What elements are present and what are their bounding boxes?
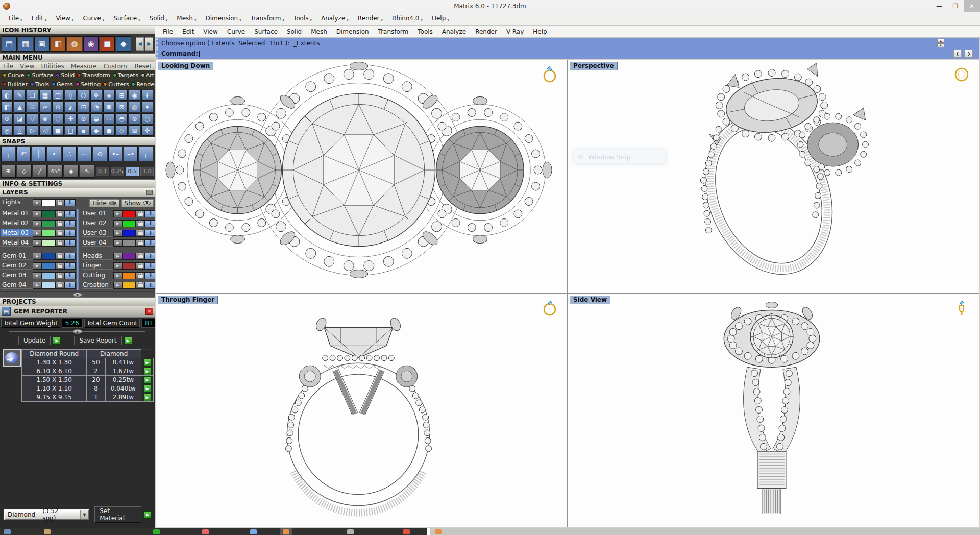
taskbar-folder-icon[interactable] xyxy=(44,529,51,534)
layer-expand-icon[interactable]: ▶ xyxy=(33,253,42,260)
layer-label[interactable]: Finger xyxy=(82,262,113,270)
gem-row-go-icon[interactable]: ▶ xyxy=(143,385,152,393)
tool-icon[interactable]: ◇ xyxy=(116,125,128,136)
tool-icon[interactable]: ⊕ xyxy=(1,113,13,124)
layer-lock-icon[interactable] xyxy=(55,239,64,247)
tool-icon[interactable]: ▣ xyxy=(103,102,115,112)
menu-tab-transform[interactable]: Transform xyxy=(76,72,111,79)
gem-table-row[interactable]: 9.15 X 9.1512.89tw▶ xyxy=(22,393,154,402)
tool-icon[interactable]: ⊠ xyxy=(129,125,140,136)
gem-icon[interactable]: ◆ xyxy=(116,36,131,52)
layer-label[interactable]: Metal 04 xyxy=(1,239,33,247)
snap-increment-0-5[interactable]: 0.5 xyxy=(126,167,139,176)
snap-increment-0-25[interactable]: 0.25 xyxy=(111,167,125,176)
snap-mode-icon[interactable]: 45° xyxy=(48,165,63,178)
command-input-line[interactable]: Command: ❮ ❯ xyxy=(156,48,979,59)
snap-icon[interactable]: ⊙ xyxy=(93,147,107,161)
layer-label[interactable]: Cutting xyxy=(82,272,113,279)
layer-color-swatch[interactable] xyxy=(122,272,136,279)
snap-icon[interactable]: ⋯ xyxy=(78,147,92,161)
rhino-menu-transform[interactable]: Transform xyxy=(374,28,413,35)
snap-icon[interactable]: –• xyxy=(124,147,138,161)
main-menu-item-custom[interactable]: Custom xyxy=(104,63,127,70)
gem-row-go-icon[interactable]: ▶ xyxy=(143,394,152,401)
save-report-button[interactable]: Save Report ▶ xyxy=(74,336,132,345)
layer-visibility-toggle[interactable]: I xyxy=(145,253,155,260)
layer-lock-icon[interactable] xyxy=(55,230,64,237)
matrix-menu-mesh[interactable]: Mesh xyxy=(172,15,201,22)
layer-visibility-toggle[interactable]: I xyxy=(145,210,155,217)
taskbar-blue-app-icon[interactable] xyxy=(250,529,257,534)
tool-icon[interactable]: ◧ xyxy=(1,102,13,112)
layer-color-swatch[interactable] xyxy=(42,282,55,289)
viewport-label-perspective[interactable]: Perspective xyxy=(570,62,618,70)
layer-color-swatch[interactable] xyxy=(42,262,55,270)
layer-expand-icon[interactable]: ▶ xyxy=(33,239,42,247)
gem-table-row[interactable]: 6.10 X 6.1021.67tw▶ xyxy=(22,367,154,376)
layer-visibility-toggle[interactable]: I xyxy=(145,230,155,237)
tool-icon[interactable]: ◪ xyxy=(14,113,26,124)
tool-icon[interactable]: ⊘ xyxy=(78,113,89,124)
menu-tab-setting[interactable]: Setting xyxy=(75,81,102,88)
layer-label[interactable]: Gem 03 xyxy=(1,272,33,279)
viewport-looking-down[interactable]: Looking Down xyxy=(156,60,567,293)
layer-visibility-toggle[interactable]: I xyxy=(64,272,76,279)
layer-expand-icon[interactable]: ▶ xyxy=(113,230,122,237)
matrix-menu-dimension[interactable]: Dimension xyxy=(201,15,246,22)
layer-visibility-toggle[interactable]: I xyxy=(64,230,76,237)
start-button-icon[interactable] xyxy=(4,529,11,534)
update-go-icon[interactable]: ▶ xyxy=(53,337,61,345)
gold-ring-icon[interactable] xyxy=(541,64,559,84)
gem-reporter-collapse-handle[interactable]: ▲ xyxy=(73,329,82,334)
material-select-arrow-icon[interactable]: ▼ xyxy=(80,510,89,519)
tool-icon[interactable]: ▱ xyxy=(103,113,115,124)
command-history-spinner[interactable]: ▲ ▼ xyxy=(937,39,944,47)
layer-label[interactable]: User 02 xyxy=(82,220,113,227)
snap-increment-0-1[interactable]: 0.1 xyxy=(96,167,109,176)
layer-expand-icon[interactable]: ▶ xyxy=(33,220,42,227)
rhino-menu-view[interactable]: View xyxy=(199,28,222,35)
reset-button[interactable]: Reset xyxy=(134,63,152,70)
layer-lock-icon[interactable] xyxy=(136,239,145,247)
tool-icon[interactable]: ⊗ xyxy=(39,113,51,124)
layer-color-swatch[interactable] xyxy=(122,210,136,217)
layer-visibility-toggle[interactable]: I xyxy=(64,262,76,270)
matrix-menu-view[interactable]: View xyxy=(51,15,78,22)
tool-icon[interactable]: ◈ xyxy=(103,90,115,101)
rhino-menu-analyze[interactable]: Analyze xyxy=(437,28,471,35)
viewport-side-view[interactable]: Side View xyxy=(568,294,979,527)
rhino-menu-file[interactable]: File xyxy=(158,28,178,35)
taskbar-orange2-app-icon[interactable] xyxy=(435,529,442,534)
snap-mode-icon[interactable]: ⊞ xyxy=(1,165,16,178)
rhino-menu-curve[interactable]: Curve xyxy=(223,28,250,35)
viewport-through-finger[interactable]: Through Finger xyxy=(156,294,567,527)
main-menu-item-file[interactable]: File xyxy=(3,63,13,70)
layer-lock-icon[interactable] xyxy=(55,272,64,279)
tool-icon[interactable]: ▽ xyxy=(27,113,38,124)
snap-icon[interactable]: ┐ xyxy=(1,147,15,161)
tool-icon[interactable]: ◎ xyxy=(1,125,13,136)
layer-expand-icon[interactable]: ▶ xyxy=(33,272,42,279)
matrix-menu-edit[interactable]: Edit xyxy=(27,15,52,22)
layer-color-swatch[interactable] xyxy=(122,262,136,270)
tool-icon[interactable]: ◓ xyxy=(116,113,128,124)
save-icon[interactable]: ▣ xyxy=(34,36,50,52)
snap-icon[interactable]: ↶ xyxy=(16,147,31,161)
layer-expand-icon[interactable]: ▶ xyxy=(113,239,122,247)
main-menu-item-measure[interactable]: Measure xyxy=(71,63,97,70)
layer-lock-icon[interactable] xyxy=(55,262,64,270)
layer-visibility-toggle[interactable]: I xyxy=(64,239,76,247)
layers-collapse-handle[interactable]: ▼ xyxy=(73,293,82,297)
layer-visibility-toggle[interactable]: I xyxy=(64,220,76,227)
gem-row-go-icon[interactable]: ▶ xyxy=(143,359,152,367)
tool-icon[interactable]: ❖ xyxy=(90,90,102,101)
tool-icon[interactable]: ◉ xyxy=(129,90,140,101)
layer-color-swatch[interactable] xyxy=(122,220,136,227)
viewport-label-through-finger[interactable]: Through Finger xyxy=(158,296,218,304)
update-button[interactable]: Update ▶ xyxy=(18,336,61,345)
menu-tab-curve[interactable]: Curve xyxy=(2,72,25,79)
matrix-menu-curve[interactable]: Curve xyxy=(78,15,109,22)
tool-icon[interactable]: ✎ xyxy=(14,90,26,101)
rhino-menu-v-ray[interactable]: V-Ray xyxy=(502,28,528,35)
layer-lock-icon[interactable] xyxy=(136,230,145,237)
